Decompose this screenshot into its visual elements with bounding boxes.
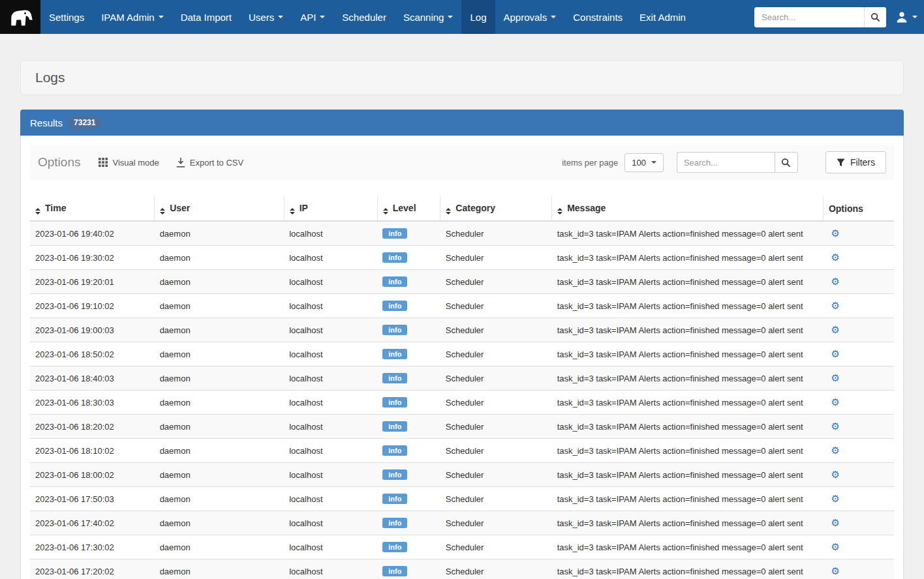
items-per-page-label: items per page [562,158,618,168]
column-header-message[interactable]: Message [552,197,824,221]
logo[interactable] [0,0,40,34]
cell-options: ⚙ [823,415,894,439]
cell-message: task_id=3 task=IPAM Alerts action=finish… [552,559,824,579]
gear-icon[interactable]: ⚙ [828,469,839,480]
table-row: 2023-01-06 19:10:02 daemon localhost inf… [30,294,894,318]
nav-item-constraints[interactable]: Constraints [564,0,631,34]
table-row: 2023-01-06 18:00:02 daemon localhost inf… [30,463,894,487]
download-icon [176,158,185,168]
nav-item-ipam-admin[interactable]: IPAM Admin [93,0,172,34]
gear-icon[interactable]: ⚙ [828,445,839,456]
table-search-input[interactable] [677,152,775,173]
user-menu-button[interactable] [895,10,917,23]
table-row: 2023-01-06 19:00:03 daemon localhost inf… [30,318,894,342]
results-panel: Results 73231 Options Visual mode Expo [20,110,904,579]
level-badge: info [382,421,407,432]
cell-category: Scheduler [440,246,552,270]
cell-category: Scheduler [440,439,552,463]
cell-level: info [377,270,440,294]
table-row: 2023-01-06 17:30:02 daemon localhost inf… [30,535,894,559]
gear-icon[interactable]: ⚙ [828,324,839,335]
cell-time: 2023-01-06 17:20:02 [30,559,155,579]
navbar-right [754,0,924,34]
cell-category: Scheduler [440,463,552,487]
cell-ip: localhost [284,391,377,415]
gear-icon[interactable]: ⚙ [828,493,839,504]
cell-time: 2023-01-06 17:50:03 [30,487,155,511]
results-count-badge: 73231 [68,116,101,129]
sort-icon [35,208,40,215]
navbar-search-button[interactable] [864,7,886,27]
results-title: Results [30,117,63,128]
cell-message: task_id=3 task=IPAM Alerts action=finish… [552,511,824,535]
level-badge: info [382,566,407,576]
column-header-user[interactable]: User [155,197,285,221]
page-title-panel: Logs [20,60,904,95]
nav-item-api[interactable]: API [292,0,333,34]
cell-category: Scheduler [440,559,552,579]
cell-user: daemon [155,511,285,535]
nav-item-scanning[interactable]: Scanning [395,0,462,34]
visual-mode-button[interactable]: Visual mode [99,158,159,168]
gear-icon[interactable]: ⚙ [828,396,839,408]
gear-icon[interactable]: ⚙ [828,228,839,239]
gear-icon[interactable]: ⚙ [828,300,839,311]
cell-options: ⚙ [823,439,894,463]
cell-category: Scheduler [440,511,552,535]
gear-icon[interactable]: ⚙ [828,252,839,263]
table-search-button[interactable] [775,152,798,173]
table-row: 2023-01-06 19:40:02 daemon localhost inf… [30,221,894,246]
nav-item-log[interactable]: Log [461,0,495,34]
nav-item-label: Constraints [573,12,623,23]
cell-user: daemon [155,318,285,342]
cell-level: info [377,391,440,415]
gear-icon[interactable]: ⚙ [828,421,839,432]
nav-item-data-import[interactable]: Data Import [172,0,240,34]
gear-icon[interactable]: ⚙ [828,372,839,383]
nav-item-exit-admin[interactable]: Exit Admin [631,0,694,34]
filters-button[interactable]: Filters [825,151,886,173]
table-row: 2023-01-06 18:10:02 daemon localhost inf… [30,439,894,463]
level-badge: info [382,252,407,263]
cell-user: daemon [155,342,285,366]
nav-item-users[interactable]: Users [240,0,292,34]
search-icon [781,158,791,168]
items-per-page-select[interactable]: 100 [624,153,664,172]
cell-user: daemon [155,221,285,246]
cell-ip: localhost [284,246,377,270]
cell-time: 2023-01-06 19:10:02 [30,294,155,318]
column-header-label: Time [45,203,66,213]
table-row: 2023-01-06 19:30:02 daemon localhost inf… [30,246,894,270]
nav-item-scheduler[interactable]: Scheduler [333,0,395,34]
level-badge: info [382,276,407,287]
column-header-ip[interactable]: IP [284,197,377,221]
top-navbar: Settings IPAM Admin Data Import Users AP… [0,0,924,34]
gear-icon[interactable]: ⚙ [828,276,839,287]
cell-options: ⚙ [823,246,894,270]
cell-time: 2023-01-06 18:20:02 [30,415,155,439]
chevron-down-icon [320,16,325,18]
gear-icon[interactable]: ⚙ [828,517,839,528]
gear-icon[interactable]: ⚙ [828,541,839,552]
cell-options: ⚙ [823,463,894,487]
column-header-time[interactable]: Time [30,197,155,221]
column-header-category[interactable]: Category [440,197,552,221]
cell-options: ⚙ [823,487,894,511]
cell-category: Scheduler [440,270,552,294]
column-header-level[interactable]: Level [377,197,440,221]
navbar-search-input[interactable] [754,7,864,27]
export-csv-button[interactable]: Export to CSV [176,158,243,168]
cell-time: 2023-01-06 17:30:02 [30,535,155,559]
grid-icon [99,158,108,167]
gear-icon[interactable]: ⚙ [828,565,839,576]
main-content: Logs Results 73231 Options Visual mode [0,60,924,579]
cell-category: Scheduler [440,391,552,415]
gear-icon[interactable]: ⚙ [828,348,839,359]
nav-item-settings[interactable]: Settings [40,0,93,34]
column-header-label: IP [300,203,308,213]
cell-level: info [377,415,440,439]
cell-ip: localhost [284,415,377,439]
nav-item-approvals[interactable]: Approvals [495,0,565,34]
table-row: 2023-01-06 18:30:03 daemon localhost inf… [30,391,894,415]
cell-message: task_id=3 task=IPAM Alerts action=finish… [552,221,824,246]
